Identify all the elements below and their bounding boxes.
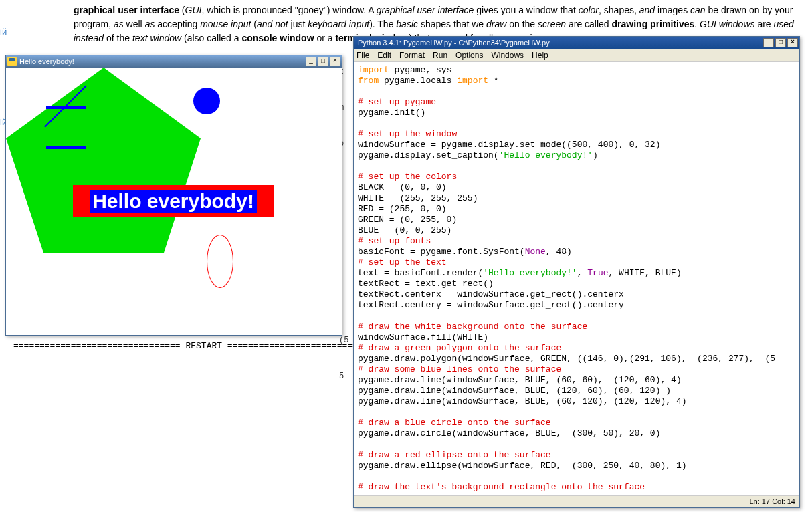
blue-circle xyxy=(193,88,220,114)
code-editor[interactable]: import pygame, sys from pygame.locals im… xyxy=(354,62,799,495)
blue-line-3 xyxy=(46,146,86,149)
hello-text: Hello everybody! xyxy=(90,190,257,213)
blue-line-1 xyxy=(46,106,86,109)
idle-titlebar[interactable]: Python 3.4.1: PygameHW.py - C:\Python34\… xyxy=(354,37,799,49)
red-ellipse xyxy=(207,235,233,288)
svg-marker-0 xyxy=(6,68,201,253)
idle-status-bar: Ln: 17 Col: 14 xyxy=(354,495,799,507)
close-button[interactable]: × xyxy=(330,57,340,66)
idle-editor-window[interactable]: Python 3.4.1: PygameHW.py - C:\Python34\… xyxy=(353,36,800,508)
maximize-button[interactable]: □ xyxy=(318,57,328,66)
text-rectangle: Hello everybody! xyxy=(73,185,274,217)
minimize-button[interactable]: _ xyxy=(763,38,774,47)
menu-options[interactable]: Options xyxy=(455,51,483,60)
menu-format[interactable]: Format xyxy=(399,51,425,60)
pygame-window-title: Hello everybody! xyxy=(19,57,306,66)
pygame-output-window[interactable]: Hello everybody! _ □ × Hello everybody! xyxy=(5,55,342,336)
menu-file[interactable]: File xyxy=(357,51,369,60)
menu-run[interactable]: Run xyxy=(433,51,447,60)
pygame-titlebar[interactable]: Hello everybody! _ □ × xyxy=(6,55,342,68)
frag-4: (5 xyxy=(339,336,354,345)
minimize-button[interactable]: _ xyxy=(306,57,316,66)
pygame-canvas: Hello everybody! xyxy=(6,68,342,335)
text-caret xyxy=(431,237,431,246)
maximize-button[interactable]: □ xyxy=(775,38,786,47)
close-button[interactable]: × xyxy=(787,38,798,47)
pygame-icon xyxy=(7,57,17,66)
menu-help[interactable]: Help xyxy=(532,51,548,60)
idle-menubar[interactable]: File Edit Format Run Options Windows Hel… xyxy=(354,49,799,62)
idle-window-title: Python 3.4.1: PygameHW.py - C:\Python34\… xyxy=(358,39,763,47)
shell-restart-line: ================================ RESTART… xyxy=(13,341,395,351)
frag-5: 5 xyxy=(339,372,354,381)
menu-windows[interactable]: Windows xyxy=(491,51,524,60)
sidelink-1[interactable]: ій xyxy=(0,27,20,37)
menu-edit[interactable]: Edit xyxy=(377,51,391,60)
